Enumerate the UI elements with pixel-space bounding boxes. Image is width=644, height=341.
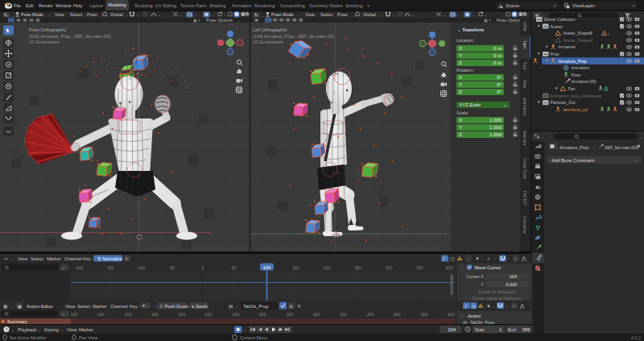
svg-text:▤: ▤ xyxy=(463,320,467,325)
svg-text:Channel: Channel xyxy=(110,304,128,309)
svg-text:⌄: ⌄ xyxy=(634,15,638,19)
svg-text:340: 340 xyxy=(367,312,374,317)
svg-text:Armature.001: Armature.001 xyxy=(572,79,597,84)
svg-text:⌄: ⌄ xyxy=(194,13,197,17)
svg-text:104: 104 xyxy=(448,327,456,332)
svg-text:⌄: ⌄ xyxy=(10,303,13,308)
svg-text:240: 240 xyxy=(233,312,240,317)
svg-text:10 Centimeters: 10 Centimeters xyxy=(253,40,283,44)
svg-text:□: □ xyxy=(513,303,515,308)
svg-text:Left Orthographic: Left Orthographic xyxy=(253,27,287,32)
svg-text:Animation: Animation xyxy=(572,65,590,70)
svg-text:⌄: ⌄ xyxy=(235,303,238,308)
svg-text:View: View xyxy=(18,256,28,261)
svg-text:View: View xyxy=(67,327,77,332)
svg-text:⌄: ⌄ xyxy=(460,313,464,318)
svg-text:Marker: Marker xyxy=(79,327,93,332)
svg-text:160: 160 xyxy=(125,312,132,317)
svg-text:View: View xyxy=(65,304,76,309)
svg-text:⌄: ⌄ xyxy=(38,328,41,332)
svg-text:▣ ×: ▣ × xyxy=(193,18,200,23)
svg-text:⌄: ⌄ xyxy=(484,13,487,17)
svg-text:360: 360 xyxy=(394,312,401,317)
svg-text:⌄: ⌄ xyxy=(47,13,50,17)
svg-text:(104) Armature_Prop : DEF_fan.: (104) Armature_Prop : DEF_fan.main.001 xyxy=(253,34,335,39)
svg-text:⌄: ⌄ xyxy=(443,13,446,17)
svg-text:280: 280 xyxy=(287,312,294,317)
svg-text:⌄: ⌄ xyxy=(297,13,300,17)
svg-text:Particles_Out: Particles_Out xyxy=(551,100,576,105)
svg-text:Start: Start xyxy=(475,327,485,332)
svg-text:⧉: ⧉ xyxy=(290,304,293,309)
svg-text:⌄: ⌄ xyxy=(378,13,382,17)
svg-text:200: 200 xyxy=(324,265,331,270)
svg-text:⌄: ⌄ xyxy=(126,13,129,17)
svg-text:Context Menu: Context Menu xyxy=(240,335,267,340)
svg-text:1: 1 xyxy=(499,327,502,332)
svg-text:104: 104 xyxy=(510,274,517,279)
svg-text:TaiChi_Prop: TaiChi_Prop xyxy=(470,320,494,325)
svg-text:View: View xyxy=(305,12,315,17)
svg-text:⌄: ⌄ xyxy=(492,304,495,308)
svg-text:Pose Options: Pose Options xyxy=(206,18,233,23)
svg-text:Action Editor: Action Editor xyxy=(27,304,53,309)
svg-text:Fan: Fan xyxy=(568,86,576,91)
svg-text:Pose: Pose xyxy=(337,12,348,17)
svg-text:⌄: ⌄ xyxy=(237,19,241,23)
svg-text:›: › xyxy=(593,145,595,150)
svg-text:⌄: ⌄ xyxy=(223,13,226,17)
svg-text:Select: Select xyxy=(77,304,91,309)
svg-text:Animation_Area_Reference: Animation_Area_Reference xyxy=(551,94,602,98)
svg-text:↔: ↔ xyxy=(61,265,65,270)
svg-text:⌄: ⌄ xyxy=(180,13,183,17)
svg-text:⌄: ⌄ xyxy=(493,256,497,260)
svg-text:300: 300 xyxy=(313,312,320,317)
svg-text:◳: ◳ xyxy=(450,256,455,261)
svg-text:Playback: Playback xyxy=(18,327,37,332)
svg-text:↻: ↻ xyxy=(126,256,129,261)
svg-text:▼: ▼ xyxy=(486,304,491,309)
svg-text:Avatar:: Avatar: xyxy=(551,24,564,29)
svg-text:Armature_Prop: Armature_Prop xyxy=(559,59,587,64)
svg-text:200: 200 xyxy=(179,312,186,317)
svg-text:⌄: ⌄ xyxy=(10,256,14,260)
svg-text:⌄: ⌄ xyxy=(11,14,14,18)
svg-text:299: 299 xyxy=(522,327,530,332)
svg-text:-150: -150 xyxy=(105,265,114,270)
svg-text:▤: ▤ xyxy=(229,304,233,309)
svg-text:▩: ▩ xyxy=(18,304,22,309)
svg-text:Pose Mode: Pose Mode xyxy=(271,12,294,17)
svg-text:Pose: Pose xyxy=(87,12,97,17)
svg-text:(104) Armature_Prop : DEF_fan.: (104) Armature_Prop : DEF_fan.main.001 xyxy=(29,34,111,39)
svg-text:-50: -50 xyxy=(169,265,175,270)
svg-text:⇩ Push Down: ⇩ Push Down xyxy=(159,304,188,309)
svg-text:Keying: Keying xyxy=(44,327,59,332)
svg-text:Set Active Modifier: Set Active Modifier xyxy=(10,335,47,340)
svg-text:⌄: ⌄ xyxy=(541,135,544,139)
svg-text:Armature_Prop: Armature_Prop xyxy=(559,145,589,150)
svg-text:-100: -100 xyxy=(137,265,145,270)
svg-text:104: 104 xyxy=(263,265,271,270)
svg-text:⌄: ⌄ xyxy=(211,13,214,17)
svg-text:⌄: ⌄ xyxy=(460,265,464,270)
svg-text:⌄: ⌄ xyxy=(457,13,460,17)
svg-text:-200: -200 xyxy=(75,265,83,270)
svg-text:TaiChi_Prop: TaiChi_Prop xyxy=(243,304,269,309)
svg-text:0: 0 xyxy=(202,265,204,270)
svg-text:380: 380 xyxy=(421,312,428,317)
svg-text:□: □ xyxy=(514,256,517,261)
svg-text:Add Bone Constraint: Add Bone Constraint xyxy=(551,158,595,163)
svg-text:⋀: ⋀ xyxy=(519,303,525,310)
svg-text:10 Centimeters: 10 Centimeters xyxy=(29,40,60,44)
svg-text:▦: ▦ xyxy=(3,304,7,309)
svg-text:Front Orthographic: Front Orthographic xyxy=(29,27,66,32)
svg-text:Scene Collection: Scene Collection xyxy=(544,17,576,22)
svg-text:400: 400 xyxy=(448,312,455,317)
svg-text:DEF_fan.main.001: DEF_fan.main.001 xyxy=(605,145,638,150)
svg-text:Key: Key xyxy=(83,256,91,261)
svg-text:Prop: Prop xyxy=(551,52,559,56)
svg-text:0.000: 0.000 xyxy=(506,282,517,287)
svg-text:350: 350 xyxy=(416,265,423,270)
svg-text:↔: ↔ xyxy=(61,311,65,316)
svg-text:▼: ▼ xyxy=(475,256,480,261)
